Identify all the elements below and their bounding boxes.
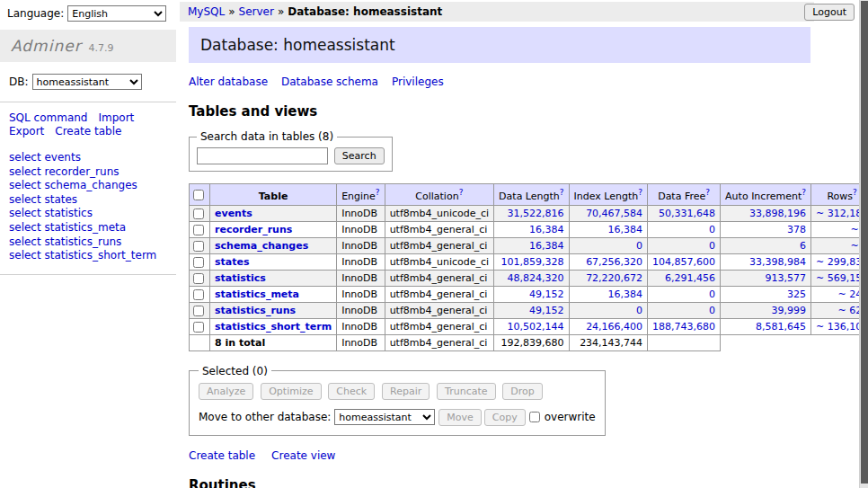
table-name-link[interactable]: statistics_runs bbox=[215, 305, 296, 316]
help-link[interactable]: ? bbox=[376, 188, 380, 197]
row-checkbox[interactable] bbox=[193, 257, 204, 268]
data-free-cell: 188,743,680 bbox=[648, 318, 721, 334]
row-checkbox-cell bbox=[190, 318, 210, 334]
language-select[interactable]: English bbox=[67, 5, 166, 22]
selected-legend: Selected (0) bbox=[199, 365, 271, 377]
select-all-checkbox[interactable] bbox=[193, 190, 204, 200]
auto-increment-link[interactable]: 33,898,196 bbox=[749, 208, 806, 219]
data-length-link[interactable]: 16,384 bbox=[529, 224, 564, 235]
collation-cell: utf8mb4_general_ci bbox=[385, 270, 493, 286]
data-free-link[interactable]: 104,857,600 bbox=[652, 256, 715, 268]
table-name-link[interactable]: statistics_meta bbox=[215, 288, 299, 300]
table-name-link[interactable]: schema_changes bbox=[215, 240, 308, 252]
sidebar-table-link[interactable]: select statistics_runs bbox=[9, 235, 167, 250]
index-length-link[interactable]: 16,384 bbox=[608, 288, 643, 300]
index-length-link[interactable]: 24,166,400 bbox=[586, 321, 642, 333]
db-select[interactable]: homeassistant bbox=[32, 74, 142, 90]
overwrite-checkbox[interactable] bbox=[529, 412, 540, 422]
move-db-select[interactable]: homeassistant bbox=[334, 409, 435, 425]
bulk-action-button[interactable]: Truncate bbox=[437, 383, 495, 400]
data-free-link[interactable]: 6,291,456 bbox=[665, 272, 715, 284]
data-length-link[interactable]: 31,522,816 bbox=[508, 208, 564, 219]
sidebar-table-link[interactable]: select statistics_short_term bbox=[9, 249, 167, 263]
table-name-link[interactable]: statistics_short_term bbox=[215, 321, 332, 333]
move-button[interactable]: Move bbox=[438, 409, 482, 426]
auto-increment-link[interactable]: 8,581,645 bbox=[756, 321, 806, 333]
row-checkbox[interactable] bbox=[193, 322, 204, 333]
auto-increment-link[interactable]: 33,398,984 bbox=[749, 256, 806, 268]
sidebar-link-export[interactable]: Export bbox=[9, 125, 44, 138]
auto-increment-link[interactable]: 378 bbox=[787, 224, 806, 235]
database-schema-link[interactable]: Database schema bbox=[281, 75, 378, 88]
index-length-link[interactable]: 0 bbox=[636, 240, 642, 252]
sidebar-link-create-table[interactable]: Create table bbox=[55, 125, 121, 138]
row-checkbox[interactable] bbox=[193, 241, 204, 252]
auto-increment-link[interactable]: 6 bbox=[800, 240, 806, 252]
row-checkbox[interactable] bbox=[193, 289, 204, 300]
sidebar-link-import[interactable]: Import bbox=[98, 111, 134, 124]
scrollbar-thumb[interactable] bbox=[861, 1, 868, 484]
search-button[interactable]: Search bbox=[334, 147, 385, 164]
index-length-link[interactable]: 67,256,320 bbox=[586, 256, 642, 268]
bulk-action-button[interactable]: Optimize bbox=[261, 383, 321, 400]
data-length-link[interactable]: 49,152 bbox=[529, 305, 564, 316]
help-link[interactable]: ? bbox=[705, 188, 710, 197]
sidebar-table-link[interactable]: select schema_changes bbox=[9, 179, 167, 193]
data-free-link[interactable]: 0 bbox=[709, 240, 715, 252]
bulk-action-button[interactable]: Repair bbox=[382, 383, 430, 400]
col-header-table: Table bbox=[210, 184, 337, 206]
row-checkbox[interactable] bbox=[193, 306, 204, 316]
sidebar-link-sql-command[interactable]: SQL command bbox=[9, 111, 87, 124]
copy-button[interactable]: Copy bbox=[484, 409, 526, 426]
alter-database-link[interactable]: Alter database bbox=[189, 75, 268, 88]
table-name-link[interactable]: statistics bbox=[215, 272, 266, 284]
sidebar-table-link[interactable]: select events bbox=[9, 151, 167, 165]
help-link[interactable]: ? bbox=[853, 188, 857, 197]
index-length-link[interactable]: 16,384 bbox=[608, 224, 643, 235]
data-length-link[interactable]: 101,859,328 bbox=[501, 256, 564, 268]
help-link[interactable]: ? bbox=[638, 188, 642, 197]
search-input[interactable] bbox=[197, 147, 328, 164]
auto-increment-link[interactable]: 39,999 bbox=[772, 305, 807, 316]
index-length-link[interactable]: 0 bbox=[636, 305, 642, 316]
table-name-link[interactable]: states bbox=[215, 256, 250, 268]
sidebar-table-link[interactable]: select statistics_meta bbox=[9, 221, 167, 235]
data-free-link[interactable]: 50,331,648 bbox=[659, 208, 715, 219]
help-link[interactable]: ? bbox=[459, 188, 464, 197]
table-name-cell: statistics_meta bbox=[210, 286, 337, 302]
data-free-link[interactable]: 0 bbox=[709, 224, 715, 235]
bulk-action-button[interactable]: Check bbox=[328, 383, 375, 400]
index-length-link[interactable]: 72,220,672 bbox=[586, 272, 642, 284]
table-name-link[interactable]: events bbox=[215, 208, 252, 219]
row-checkbox[interactable] bbox=[193, 225, 204, 235]
help-link[interactable]: ? bbox=[560, 188, 564, 197]
data-free-link[interactable]: 0 bbox=[709, 305, 715, 316]
auto-increment-link[interactable]: 325 bbox=[787, 288, 806, 300]
sidebar-table-link[interactable]: select recorder_runs bbox=[9, 165, 167, 180]
data-length-link[interactable]: 49,152 bbox=[529, 288, 564, 300]
data-length-link[interactable]: 10,502,144 bbox=[508, 321, 564, 333]
bulk-action-button[interactable]: Analyze bbox=[199, 383, 253, 400]
row-checkbox[interactable] bbox=[193, 273, 204, 284]
data-length-link[interactable]: 16,384 bbox=[529, 240, 564, 252]
help-link[interactable]: ? bbox=[802, 188, 806, 197]
logout-area: Logout bbox=[804, 4, 855, 21]
logout-button[interactable]: Logout bbox=[804, 4, 855, 21]
table-row: statistics_short_term InnoDB utf8mb4_gen… bbox=[190, 318, 868, 334]
privileges-link[interactable]: Privileges bbox=[392, 75, 444, 88]
auto-increment-link[interactable]: 913,577 bbox=[766, 272, 807, 284]
create-table-link[interactable]: Create table bbox=[189, 449, 255, 462]
sidebar-table-link[interactable]: select states bbox=[9, 193, 167, 208]
table-row: recorder_runs InnoDB utf8mb4_general_ci … bbox=[190, 221, 868, 237]
data-free-link[interactable]: 0 bbox=[709, 288, 715, 300]
sidebar-table-link[interactable]: select statistics bbox=[9, 207, 167, 221]
index-length-link[interactable]: 70,467,584 bbox=[586, 208, 642, 219]
row-checkbox[interactable] bbox=[193, 209, 204, 219]
data-free-link[interactable]: 188,743,680 bbox=[652, 321, 715, 333]
table-name-link[interactable]: recorder_runs bbox=[215, 224, 292, 235]
data-length-link[interactable]: 48,824,320 bbox=[508, 272, 564, 284]
bulk-action-button[interactable]: Drop bbox=[502, 383, 542, 400]
create-view-link[interactable]: Create view bbox=[271, 449, 335, 462]
breadcrumb-link-server[interactable]: Server bbox=[239, 5, 274, 18]
breadcrumb-link-mysql[interactable]: MySQL bbox=[188, 5, 225, 18]
